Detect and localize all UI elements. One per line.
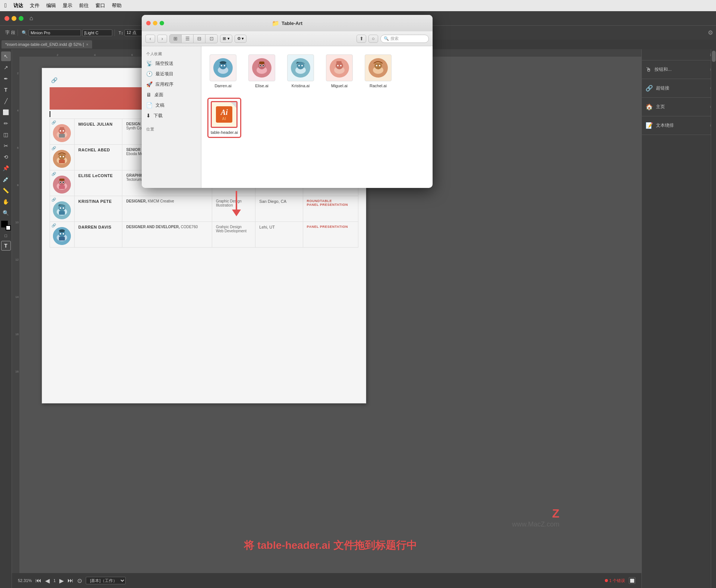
menu-window[interactable]: 窗口: [95, 2, 105, 9]
file-item-elise[interactable]: Elise.ai: [246, 52, 277, 90]
right-panel-item-home[interactable]: 🏠 主页 ≡: [642, 98, 716, 116]
menu-finder[interactable]: 访达: [13, 2, 23, 9]
toolbar-section-type: 字 段: [3, 29, 18, 36]
tool-pencil[interactable]: ✏: [1, 119, 11, 128]
ai-logo-sub: AI: [222, 117, 226, 121]
tab-close-icon[interactable]: ×: [86, 43, 88, 47]
workspace-dropdown[interactable]: [基本]（工作）: [86, 577, 126, 584]
svg-point-31: [63, 233, 64, 235]
sidebar-item-documents[interactable]: 📄 文稿: [142, 100, 201, 110]
menu-view[interactable]: 显示: [63, 2, 72, 9]
file-label-table-header: table-header.ai: [211, 130, 238, 135]
tool-measure[interactable]: 📏: [1, 186, 11, 195]
prev-spread-btn[interactable]: ⏮: [35, 577, 41, 584]
traffic-lights: [4, 16, 23, 21]
finder-close-btn[interactable]: [146, 21, 151, 25]
file-item-kristina[interactable]: Kristina.ai: [285, 52, 316, 90]
tool-type[interactable]: T: [1, 85, 11, 95]
font-style-input[interactable]: [82, 29, 112, 36]
tool-gradient[interactable]: ◫: [1, 130, 11, 139]
tool-select[interactable]: ↖: [1, 51, 11, 61]
view-gallery-btn[interactable]: ⊡: [205, 35, 217, 43]
tool-transform[interactable]: ⟲: [1, 152, 11, 162]
avatar-elise: [53, 176, 71, 194]
person-svg-elise: [252, 58, 271, 78]
file-item-table-header[interactable]: Ai AI table-header.ai: [207, 98, 241, 138]
airdrop-label: 隔空投送: [156, 60, 173, 67]
next-spread-btn[interactable]: ⏭: [67, 577, 73, 584]
sidebar-item-airdrop[interactable]: 📡 隔空投送: [142, 58, 201, 69]
desktop-label: 桌面: [154, 92, 163, 98]
finder-window: 📁 Table-Art ‹ › ⊞ ☰ ⊟ ⊡ ⊞ ▾ ⚙ ▾ ⬆ ○ 🔍 搜索: [142, 15, 433, 188]
right-panel-item-hyperlink[interactable]: 🔗 超链接 ≡: [642, 79, 716, 98]
right-panel-item-buttons[interactable]: 🖱 按钮和... ≡: [642, 60, 716, 79]
file-icon-kristina: [287, 54, 314, 81]
file-item-miguel[interactable]: Miguel.ai: [324, 52, 355, 90]
avatar-darren-svg: [53, 227, 71, 245]
view-column-btn[interactable]: ⊟: [194, 35, 205, 43]
watermark-url: www.MacZ.com: [512, 521, 559, 528]
tool-pen[interactable]: ✒: [1, 74, 11, 84]
svg-point-36: [220, 61, 226, 64]
home-button[interactable]: ⌂: [29, 15, 33, 22]
view-mode-icon[interactable]: □: [1, 232, 11, 239]
font-search-icon[interactable]: 🔍: [22, 30, 27, 35]
maximize-button[interactable]: [19, 16, 23, 21]
expand-button[interactable]: ⬜: [629, 577, 635, 584]
menu-file[interactable]: 文件: [30, 2, 40, 9]
page-nav-icon[interactable]: ⊙: [77, 577, 82, 584]
text-tool-bottom[interactable]: T: [1, 241, 11, 251]
action-button[interactable]: ⚙ ▾: [235, 35, 246, 43]
chain-icon-kristina: 🔗: [51, 198, 56, 202]
finder-minimize-btn[interactable]: [153, 21, 157, 25]
menu-help[interactable]: 帮助: [112, 2, 122, 9]
sidebar-item-applications[interactable]: 🚀 应用程序: [142, 79, 201, 89]
file-item-darren[interactable]: Darren.ai: [207, 52, 239, 90]
close-button[interactable]: [4, 16, 9, 21]
person-svg-kristina: [291, 58, 310, 78]
apple-menu[interactable]: : [4, 2, 7, 9]
font-name-input[interactable]: [29, 29, 81, 36]
cell-title-darren: DESIGNER AND DEVELOPER, CODE760: [122, 222, 212, 248]
tool-note[interactable]: 📌: [1, 163, 11, 173]
finder-title: 📁 Table-Art: [272, 20, 302, 27]
file-item-rachel[interactable]: Rachel.ai: [362, 52, 394, 90]
chain-icon: 🔗: [51, 120, 56, 125]
menu-go[interactable]: 前往: [79, 2, 89, 9]
tool-direct-select[interactable]: ↗: [1, 63, 11, 72]
tool-scissors[interactable]: ✂: [1, 141, 11, 151]
sidebar-item-desktop[interactable]: 🖥 桌面: [142, 89, 201, 100]
error-indicator[interactable]: 1 个错误: [605, 578, 625, 584]
finder-content: Darren.ai Elise.ai: [201, 46, 433, 188]
finder-forward-btn[interactable]: ›: [157, 35, 167, 43]
next-page-btn[interactable]: ▶: [59, 577, 64, 584]
prev-page-btn[interactable]: ◀: [45, 577, 50, 584]
view-icon-btn[interactable]: ⊞: [170, 35, 182, 43]
finder-back-btn[interactable]: ‹: [145, 35, 155, 43]
fill-stroke-icon[interactable]: [1, 221, 11, 230]
tool-eyedropper[interactable]: 💉: [1, 174, 11, 184]
avatar-elise-svg: [53, 176, 71, 194]
cell-location-darren: Lehi, UT: [255, 222, 303, 248]
zoom-level[interactable]: 52.31%: [18, 578, 32, 583]
tool-frame[interactable]: ⬜: [1, 107, 11, 117]
share-button[interactable]: ⬆: [357, 35, 366, 43]
tag-button[interactable]: ○: [368, 35, 378, 43]
settings-icon[interactable]: ⚙: [708, 29, 713, 36]
view-list-btn[interactable]: ☰: [182, 35, 194, 43]
sidebar-item-recents[interactable]: 🕐 最近项目: [142, 69, 201, 79]
sidebar-item-downloads[interactable]: ⬇ 下载: [142, 110, 201, 121]
grid-dropdown[interactable]: ⊞ ▾: [220, 35, 232, 43]
tool-zoom[interactable]: 🔍: [1, 208, 11, 218]
tool-line[interactable]: ╱: [1, 96, 11, 106]
search-placeholder[interactable]: 搜索: [390, 36, 399, 41]
minimize-button[interactable]: [12, 16, 16, 21]
menu-edit[interactable]: 编辑: [46, 2, 56, 9]
file-label-elise: Elise.ai: [255, 84, 268, 88]
document-tab[interactable]: *insert-image-table-cell_END.indd @ 52% …: [1, 40, 92, 48]
svg-point-32: [59, 229, 65, 232]
right-panel-item-textwrap[interactable]: 📝 文本绕排 ≡: [642, 116, 716, 135]
finder-zoom-btn[interactable]: [160, 21, 164, 25]
tool-hand[interactable]: ✋: [1, 197, 11, 207]
right-scrollbar[interactable]: [711, 49, 716, 588]
